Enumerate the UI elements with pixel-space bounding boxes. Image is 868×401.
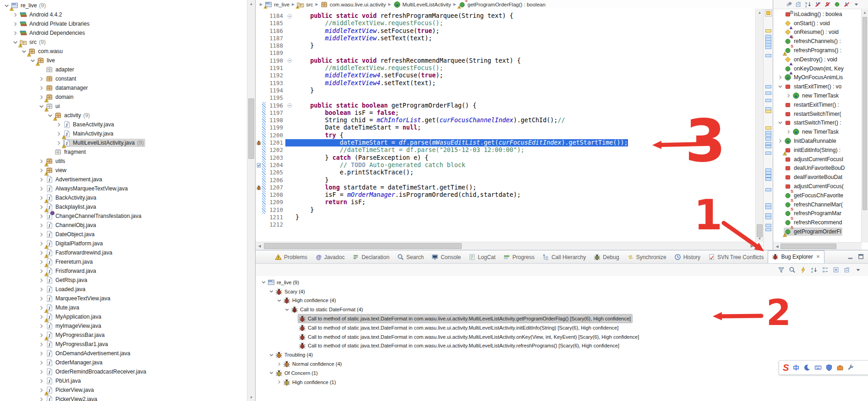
tree-item-adapter[interactable]: adapter xyxy=(0,65,247,74)
tree-item-backplaylist-java[interactable]: JBackplaylist.java xyxy=(0,202,247,211)
tree-item-advertisement-java[interactable]: JAdvertisement.java xyxy=(0,175,247,184)
overview-ruler[interactable] xyxy=(763,9,773,250)
tree-item-myapplication-java[interactable]: JMyApplication.java xyxy=(0,312,247,321)
collapse-all-button[interactable] xyxy=(844,266,851,273)
code-line-1184[interactable]: 1184 public static void refreshProgramMa… xyxy=(256,12,756,20)
overview-mark[interactable] xyxy=(765,224,771,227)
tab-console[interactable]: Console xyxy=(428,251,465,263)
outline-item-initeditinfo-string[interactable]: initEditInfo(String) : xyxy=(773,146,862,155)
bug-item-troubling-4[interactable]: Troubling (4) xyxy=(256,350,868,359)
tree-item-pickerview-java[interactable]: JPickerView.java xyxy=(0,385,247,395)
tree-item-live[interactable]: live xyxy=(0,56,247,65)
outline-item-initdatarunnable[interactable]: InitDataRunnable xyxy=(773,136,862,146)
bug-item-call-to-static-dateformat-4[interactable]: Call to static DateFormat (4) xyxy=(256,305,868,314)
expand-all-button[interactable] xyxy=(833,266,840,273)
tree-item-changechanneltransfestation-java[interactable]: JChangeChannelTransfestation.java xyxy=(0,211,247,221)
tab-history[interactable]: History xyxy=(671,251,704,263)
chevron-right-icon[interactable] xyxy=(777,74,784,81)
chevron-right-icon[interactable] xyxy=(38,76,45,82)
outline-item-onresume-void[interactable]: onResume() : void xyxy=(773,28,862,37)
scrollbar-thumb[interactable] xyxy=(781,244,836,249)
outline-item-startswitchtimer[interactable]: startSwitchTimer() : xyxy=(773,119,862,128)
search-bugs-button[interactable] xyxy=(789,266,796,273)
tab-bug-explorer[interactable]: Bug Explorer✕ xyxy=(768,250,824,263)
annotation-summary-icon[interactable] xyxy=(765,10,772,16)
outline-item-restartexittimer[interactable]: restartExitTimer() : xyxy=(773,100,862,109)
outline-item-getfocuschfavorite[interactable]: SgetFocusChFavorite xyxy=(773,191,862,200)
scroll-left-icon[interactable]: ◀ xyxy=(256,242,263,249)
zhong-icon[interactable] xyxy=(792,364,800,371)
outline-item-dealfavoriteboudat[interactable]: dealFavoriteBouDat xyxy=(773,173,862,182)
outline-item-refreshchannelmar[interactable]: SrefreshChannelMar( xyxy=(773,200,862,209)
tree-item-alwaysmarqueetextview-java[interactable]: JAlwaysMarqueeTextView.java xyxy=(0,184,247,193)
overview-mark[interactable] xyxy=(765,110,771,113)
overview-mark[interactable] xyxy=(765,137,771,141)
scrollbar-thumb[interactable] xyxy=(863,17,867,210)
tree-item-marqueetextview-java[interactable]: JMarqueeTextView.java xyxy=(0,294,247,303)
scroll-up-icon[interactable]: ▲ xyxy=(247,0,255,7)
code-line-1188[interactable]: 1188 } xyxy=(256,42,756,49)
tab-synchronize[interactable]: Synchronize xyxy=(623,251,671,263)
chevron-right-icon[interactable] xyxy=(276,379,283,385)
chevron-down-icon[interactable] xyxy=(276,298,283,303)
scroll-up-icon[interactable]: ▲ xyxy=(862,9,868,16)
chevron-right-icon[interactable] xyxy=(11,21,19,27)
tree-item-mainactivity-java[interactable]: JMainActivity.java xyxy=(0,129,247,138)
tab-progress[interactable]: Progress xyxy=(500,251,539,263)
tree-item-multilevellistactivity-java[interactable]: JMultiLevelListActivity.java(9) xyxy=(0,138,247,147)
tree-item-loaded-java[interactable]: JLoaded.java xyxy=(0,285,247,294)
code-line-1186[interactable]: 1186 middleTextView.setFocuse(true); xyxy=(256,27,756,35)
tab-declaration[interactable]: Declaration xyxy=(349,251,393,263)
bug-marker-icon[interactable] xyxy=(256,184,262,191)
tree-item-re-live[interactable]: re_live(9) xyxy=(0,1,247,10)
chevron-down-icon[interactable] xyxy=(284,307,290,313)
code-line-1191[interactable]: 1191 //middleTextView.requestFocus(); xyxy=(256,65,756,72)
bug-marker-icon[interactable] xyxy=(256,139,262,146)
tree-item-myimageview-java[interactable]: JmyImageView.java xyxy=(0,321,247,331)
chevron-right-icon[interactable] xyxy=(38,286,45,293)
code-line-1196[interactable]: 1196 public static boolean getProgramOrd… xyxy=(256,102,756,109)
chevron-down-icon[interactable] xyxy=(268,288,275,294)
sogou-input-bar[interactable]: S xyxy=(779,360,868,375)
chevron-right-icon[interactable] xyxy=(38,85,45,92)
scroll-down-icon[interactable]: ▼ xyxy=(756,235,764,242)
outline-item-dealunfavoriteboud[interactable]: dealUnFavoriteBouD xyxy=(773,164,862,173)
shield-icon[interactable] xyxy=(825,364,833,371)
tab-call-hierarchy[interactable]: Call Hierarchy xyxy=(539,251,590,263)
tree-item-ui[interactable]: ui xyxy=(0,102,247,111)
chevron-down-icon[interactable] xyxy=(777,119,784,126)
chevron-down-icon[interactable] xyxy=(268,370,275,376)
breadcrumb-item-getprogramorderflag-boolean[interactable]: SgetProgramOrderFlag() : boolean xyxy=(459,1,546,8)
fold-collapse-icon[interactable] xyxy=(285,12,295,20)
code-line-1199[interactable]: 1199 Date dateTimeStart = null; xyxy=(256,124,756,131)
outline-item-startexittimer-vo[interactable]: startExitTimer() : vo xyxy=(773,82,862,91)
code-line-1185[interactable]: 1185 //middleTextView.requestFocus(); xyxy=(256,20,756,27)
tree-item-myprogressbar1-java[interactable]: JMyProgressBar1.java xyxy=(0,340,247,349)
toolbox-icon[interactable] xyxy=(836,364,844,371)
code-line-1202[interactable]: 1202 //dateTimeStart = df.parse("2015-12… xyxy=(256,146,756,154)
close-icon[interactable]: ✕ xyxy=(816,254,820,259)
overview-mark[interactable] xyxy=(765,85,771,88)
outline-item-adjustcurrentfocus[interactable]: adjustCurrentFocus( xyxy=(773,182,862,191)
overview-mark[interactable] xyxy=(765,134,771,137)
overview-mark[interactable] xyxy=(765,171,771,174)
hide-local-types-button[interactable]: L xyxy=(843,1,850,8)
bug-item-scary-4[interactable]: Scary (4) xyxy=(256,287,868,296)
sort-bugs-button[interactable]: az xyxy=(811,266,818,273)
scroll-left-icon[interactable]: ◀ xyxy=(773,243,781,250)
chevron-right-icon[interactable] xyxy=(11,11,19,18)
sort-button[interactable]: az xyxy=(805,1,812,8)
package-explorer-scrollbar[interactable]: ▲ ▼ xyxy=(247,0,255,401)
chevron-right-icon[interactable] xyxy=(38,213,45,220)
chevron-right-icon[interactable] xyxy=(777,138,784,144)
scroll-right-icon[interactable]: ▶ xyxy=(748,242,756,249)
chevron-right-icon[interactable] xyxy=(38,222,45,229)
tree-item-ordermanager-java[interactable]: JOrderManager.java xyxy=(0,358,247,367)
tree-item-mute-java[interactable]: JMute.java xyxy=(0,303,247,312)
tree-item-android-private-libraries[interactable]: Android Private Libraries xyxy=(0,19,247,28)
chevron-right-icon[interactable] xyxy=(38,323,45,330)
code-line-1209[interactable]: 1209 return isF; xyxy=(256,199,756,206)
tree-item-getrtsp-java[interactable]: JGetRtsp.java xyxy=(0,276,247,285)
chevron-right-icon[interactable] xyxy=(38,185,45,192)
code-line-1211[interactable]: 1211} xyxy=(256,214,756,221)
